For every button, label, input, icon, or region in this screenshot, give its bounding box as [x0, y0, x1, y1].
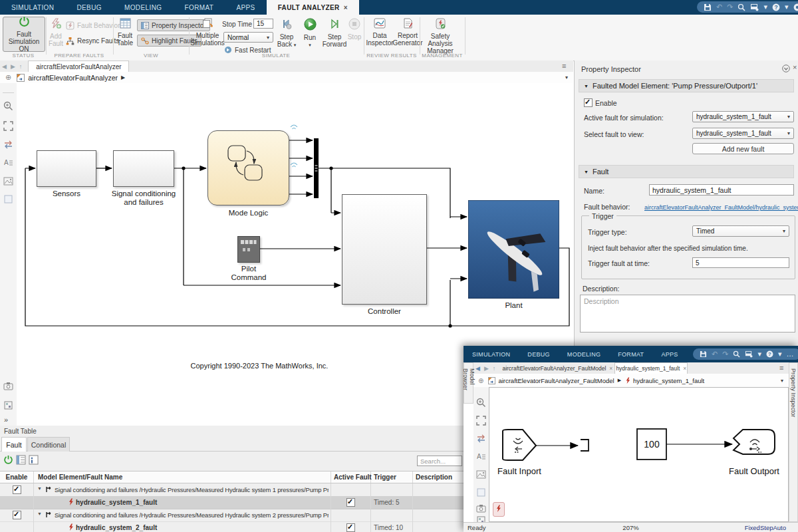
constant-block[interactable]: 100 [637, 429, 666, 460]
col-active-fault[interactable]: Active Fault [334, 473, 372, 481]
compare-icon[interactable] [476, 434, 486, 444]
select-fault-select[interactable]: hydraulic_system_1_fault ▾ [692, 128, 794, 139]
tab-apps[interactable]: APPS [652, 351, 686, 358]
terminator-block[interactable] [581, 440, 589, 451]
report-generator-button[interactable]: Report Generator [392, 18, 423, 47]
signal-conditioning-block[interactable] [113, 150, 174, 187]
community-icon[interactable] [793, 3, 798, 11]
screenshot-icon[interactable] [476, 503, 486, 513]
tab-fault-analyzer[interactable]: FAULT ANALYZER × [267, 0, 359, 15]
sensors-block[interactable] [37, 150, 96, 187]
fault-section-header[interactable]: ▼ Fault [579, 165, 794, 178]
collapse-browser-icon[interactable]: ⊕ [478, 377, 483, 384]
annotation-icon[interactable]: A [3, 158, 13, 168]
close-tab-icon[interactable]: × [609, 365, 612, 372]
data-inspector-button[interactable]: Data Inspector [366, 18, 393, 47]
image-icon[interactable] [476, 469, 486, 479]
breadcrumb-dropdown-icon[interactable]: ▾ [781, 378, 783, 384]
area-icon[interactable] [476, 487, 486, 497]
fault-behavior-link[interactable]: aircraftElevatorFaultAnalyzer_FaultModel… [644, 204, 798, 211]
fault-simulation-toggle[interactable]: Fault Simulation ON [3, 17, 45, 52]
table-edit-icon[interactable] [16, 455, 26, 465]
help-icon[interactable]: ? [766, 350, 773, 358]
document-tab[interactable]: aircraftElevatorFaultAnalyzer [28, 61, 129, 72]
faulted-element-section-header[interactable]: ▼ Faulted Model Element: 'Pump Pressure/… [579, 79, 794, 92]
doc-tab-model[interactable]: aircraftElevatorFaultAnalyzer_FaultModel… [500, 362, 614, 374]
col-trigger[interactable]: Trigger [374, 473, 396, 481]
stop-time-input[interactable]: 15 [253, 19, 273, 29]
nav-back-icon[interactable]: ◀ [2, 63, 7, 70]
nav-up-icon[interactable]: ↑ [493, 365, 496, 372]
property-inspector-side-tab[interactable]: Property Inspector [789, 362, 798, 522]
tab-debug[interactable]: DEBUG [519, 351, 559, 358]
save-icon[interactable] [700, 350, 707, 358]
enable-fault-icon[interactable] [3, 455, 13, 465]
trigger-type-select[interactable]: Timed ▾ [692, 225, 789, 237]
col-enable[interactable]: Enable [0, 473, 33, 481]
active-fault-checkbox[interactable] [346, 498, 355, 507]
active-fault-select[interactable]: hydraulic_system_1_fault ▾ [692, 111, 794, 122]
tab-simulation[interactable]: SIMULATION [464, 351, 519, 358]
info-icon[interactable] [29, 455, 39, 465]
search-icon[interactable] [737, 3, 745, 11]
conditional-tab[interactable]: Conditional [27, 437, 70, 452]
fault-outport-block[interactable] [733, 430, 775, 454]
run-button[interactable]: Run ▾ [301, 18, 319, 49]
help-caret-icon[interactable]: ▾ [778, 350, 782, 358]
pilot-command-block[interactable] [237, 236, 260, 263]
undo-icon[interactable]: ↶ [712, 350, 718, 358]
multiple-simulations-button[interactable]: Multiple Simulations [191, 18, 224, 47]
fit-to-view-icon[interactable] [476, 416, 486, 426]
search-icon[interactable] [733, 350, 740, 358]
tab-apps[interactable]: APPS [225, 0, 266, 15]
step-forward-button[interactable]: Step Forward [322, 18, 347, 48]
collapse-browser-icon[interactable]: ⊕ [5, 73, 11, 82]
stop-button[interactable]: Stop [346, 18, 363, 41]
panel-options-icon[interactable] [782, 65, 790, 72]
redo-icon[interactable]: ↷ [722, 350, 728, 358]
image-icon[interactable] [3, 176, 13, 186]
fault-name-input[interactable]: hydraulic_system_1_fault [649, 184, 794, 196]
description-textarea[interactable] [580, 295, 795, 332]
compare-icon[interactable] [3, 140, 13, 150]
breadcrumb-dropdown-icon[interactable]: ▾ [565, 74, 568, 80]
expand-caret-icon[interactable]: ▼ [37, 511, 42, 516]
breadcrumb-fault[interactable]: hydraulic_system_1_fault [633, 377, 704, 384]
screenshot-icon[interactable] [3, 381, 13, 391]
area-icon[interactable] [3, 194, 13, 204]
breadcrumb-model[interactable]: aircraftElevatorFaultAnalyzer [28, 74, 118, 82]
fit-to-view-icon[interactable] [3, 121, 13, 131]
add-new-fault-button[interactable]: Add new fault [692, 143, 794, 154]
nav-back-icon[interactable]: ◀ [475, 365, 480, 372]
zoom-in-icon[interactable] [3, 101, 13, 111]
expand-caret-icon[interactable]: ▼ [37, 486, 42, 491]
add-fault-button[interactable]: Add Fault [47, 18, 65, 47]
nav-up-icon[interactable]: ↑ [19, 63, 23, 70]
trigger-time-input[interactable]: 5 [692, 257, 789, 268]
active-fault-checkbox[interactable] [346, 523, 355, 532]
nav-forward-icon[interactable]: ▶ [484, 365, 489, 372]
enable-checkbox[interactable] [13, 511, 21, 519]
mode-logic-block[interactable] [207, 130, 289, 205]
tab-list-hamburger-icon[interactable]: ≡ [779, 364, 783, 372]
tab-format[interactable]: FORMAT [174, 0, 225, 15]
dropdown-caret-icon[interactable]: ▾ [757, 350, 761, 358]
step-back-button[interactable]: Step Back ▾ [275, 18, 298, 49]
plant-block[interactable] [468, 200, 559, 299]
more-icon[interactable]: … [787, 350, 794, 358]
tab-list-hamburger-icon[interactable]: ≡ [562, 62, 566, 70]
controller-block[interactable] [342, 194, 427, 305]
fault-tab[interactable]: Fault [1, 437, 27, 452]
more-tools-icon[interactable]: » [4, 416, 8, 424]
help-caret-icon[interactable]: ▾ [785, 3, 789, 11]
desktop-layout-icon[interactable] [745, 350, 753, 358]
zoom-in-icon[interactable] [476, 398, 486, 408]
safety-analysis-manager-button[interactable]: Safety Analysis Manager [421, 18, 460, 55]
tab-modeling[interactable]: MODELING [113, 0, 174, 15]
enable-checkbox[interactable] [584, 98, 593, 107]
undo-icon[interactable]: ↶ [716, 3, 722, 11]
col-name[interactable]: Model Element/Fault Name [38, 473, 122, 481]
subsystem-icon[interactable] [3, 400, 13, 410]
fault-model-canvas[interactable]: 100 Fault Inport Fault Outport [489, 387, 789, 522]
breadcrumb-model[interactable]: aircraftElevatorFaultAnalyzer_FaultModel [498, 377, 614, 384]
